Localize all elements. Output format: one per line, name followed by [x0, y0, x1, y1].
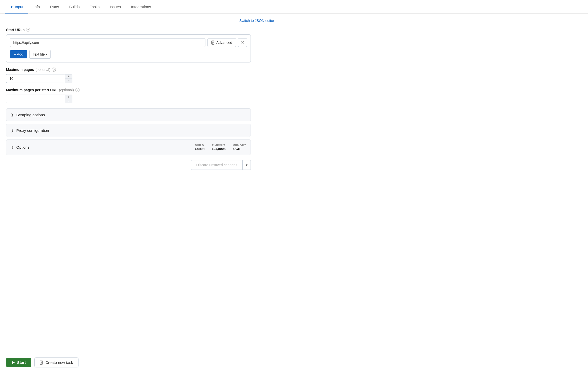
build-meta-value: Latest [195, 147, 204, 151]
max-pages-per-url-input[interactable] [6, 95, 65, 103]
proxy-config-label: Proxy configuration [16, 128, 49, 133]
build-meta-col: BUILD Latest [195, 144, 204, 151]
max-pages-help-icon[interactable]: ? [52, 68, 56, 72]
max-pages-per-url-increment-button[interactable]: + [65, 95, 72, 99]
tab-builds-label: Builds [69, 5, 80, 9]
document-icon [211, 41, 215, 45]
tab-info-label: Info [33, 5, 40, 9]
text-file-chevron-icon: ▾ [46, 53, 47, 56]
max-pages-label: Maximum pages [6, 68, 34, 72]
tab-input-label: Input [15, 5, 23, 9]
max-pages-increment-button[interactable]: + [65, 74, 72, 79]
url-box: Advanced ✕ + Add Text file ▾ [6, 34, 251, 62]
options-chevron-icon: ❯ [11, 145, 14, 149]
scraping-options-chevron-icon: ❯ [11, 113, 14, 117]
discard-label: Discard unsaved changes [196, 163, 237, 167]
scraping-options-label: Scraping options [16, 113, 45, 117]
memory-meta-col: MEMORY 4 GB [233, 144, 246, 151]
options-meta: BUILD Latest TIMEOUT 604,800s MEMORY 4 G… [195, 144, 246, 151]
json-editor-row: Switch to JSON editor [6, 19, 274, 23]
discard-changes-button: Discard unsaved changes [191, 160, 242, 170]
max-pages-input[interactable] [6, 74, 65, 83]
remove-url-button[interactable]: ✕ [238, 38, 247, 47]
tab-input[interactable]: Input [5, 0, 28, 14]
url-input[interactable] [10, 38, 205, 47]
svg-marker-0 [11, 6, 13, 8]
options-header-inner: Options BUILD Latest TIMEOUT 604,800s ME… [16, 144, 246, 151]
max-pages-per-url-optional: (optional) [59, 88, 74, 92]
timeout-meta-col: TIMEOUT 604,800s [212, 144, 226, 151]
max-pages-stepper: + − [6, 74, 72, 83]
tab-issues[interactable]: Issues [105, 0, 126, 14]
max-pages-label-row: Maximum pages (optional) ? [6, 68, 274, 72]
scraping-options-header[interactable]: ❯ Scraping options [6, 109, 251, 121]
timeout-meta-value: 604,800s [212, 147, 226, 151]
tab-tasks-label: Tasks [90, 5, 99, 9]
max-pages-per-url-label-row: Maximum pages per start URL (optional) ? [6, 88, 274, 92]
discard-dropdown-button[interactable]: ▾ [242, 160, 251, 170]
tab-integrations[interactable]: Integrations [126, 0, 156, 14]
proxy-config-chevron-icon: ❯ [11, 129, 14, 132]
discard-row: Discard unsaved changes ▾ [6, 160, 251, 170]
options-label: Options [16, 145, 30, 149]
advanced-button[interactable]: Advanced [207, 38, 236, 47]
memory-meta-value: 4 GB [233, 147, 240, 151]
proxy-config-section: ❯ Proxy configuration [6, 124, 251, 137]
timeout-meta-label: TIMEOUT [212, 144, 225, 147]
discard-wrap: Discard unsaved changes ▾ [191, 160, 251, 170]
build-meta-label: BUILD [195, 144, 204, 147]
max-pages-per-url-stepper: + − [6, 95, 72, 103]
tab-runs-label: Runs [50, 5, 59, 9]
tab-runs[interactable]: Runs [45, 0, 64, 14]
add-url-button[interactable]: + Add [10, 50, 27, 58]
options-header[interactable]: ❯ Options BUILD Latest TIMEOUT 604,800s … [6, 140, 251, 155]
start-urls-label: Start URLs [6, 28, 24, 32]
scraping-options-section: ❯ Scraping options [6, 108, 251, 121]
start-urls-label-row: Start URLs ? [6, 28, 274, 32]
main-content: Switch to JSON editor Start URLs ? Advan… [0, 14, 280, 200]
tab-issues-label: Issues [110, 5, 121, 9]
max-pages-per-url-label: Maximum pages per start URL [6, 88, 58, 92]
add-url-label: + Add [14, 52, 23, 56]
proxy-config-header[interactable]: ❯ Proxy configuration [6, 124, 251, 137]
max-pages-stepper-buttons: + − [65, 74, 72, 83]
tab-info[interactable]: Info [28, 0, 45, 14]
start-urls-help-icon[interactable]: ? [26, 28, 30, 32]
max-pages-per-url-help-icon[interactable]: ? [75, 88, 80, 92]
max-pages-optional: (optional) [35, 68, 50, 72]
tab-builds[interactable]: Builds [64, 0, 85, 14]
text-file-button[interactable]: Text file ▾ [29, 50, 50, 59]
options-section: ❯ Options BUILD Latest TIMEOUT 604,800s … [6, 139, 251, 155]
tabs-bar: Input Info Runs Builds Tasks Issues Inte… [0, 0, 588, 14]
text-file-label: Text file [33, 52, 45, 56]
tab-tasks[interactable]: Tasks [85, 0, 104, 14]
max-pages-decrement-button[interactable]: − [65, 79, 72, 83]
add-row: + Add Text file ▾ [10, 50, 247, 59]
memory-meta-label: MEMORY [233, 144, 246, 147]
tab-integrations-label: Integrations [131, 5, 151, 9]
max-pages-per-url-decrement-button[interactable]: − [65, 99, 72, 103]
max-pages-per-url-stepper-buttons: + − [65, 95, 72, 103]
play-icon [10, 5, 13, 8]
json-editor-link[interactable]: Switch to JSON editor [239, 19, 274, 23]
advanced-label: Advanced [216, 41, 232, 45]
url-row: Advanced ✕ [10, 38, 247, 47]
